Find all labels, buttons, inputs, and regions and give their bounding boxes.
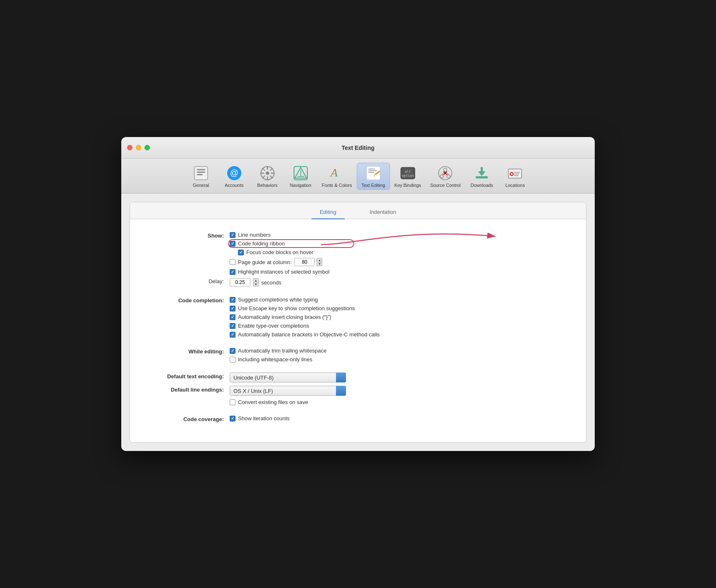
- delay-suffix: seconds: [261, 279, 281, 286]
- code-completion-label: Code completion:: [147, 296, 230, 304]
- toolbar-label-fonts-colors: Fonts & Colors: [322, 183, 352, 188]
- toolbar-item-downloads[interactable]: Downloads: [465, 163, 498, 190]
- balance-brackets-label: Automatically balance brackets in Object…: [238, 331, 380, 338]
- tab-editing[interactable]: Editing: [311, 206, 345, 219]
- convert-existing-checkbox[interactable]: [230, 399, 235, 405]
- line-endings-select[interactable]: OS X / Unix (LF) Classic Mac OS (CR) Win…: [230, 386, 346, 396]
- text-encoding-select[interactable]: Unicode (UTF-8) UTF-16 Western (Mac OS R…: [230, 372, 346, 382]
- show-section: Show: Line numbers Code folding ribbon: [147, 232, 569, 275]
- whitespace-only-lines-label: Including whitespace-only lines: [238, 356, 312, 363]
- delay-stepper-up[interactable]: ▲: [253, 278, 259, 282]
- minimize-button[interactable]: [136, 145, 141, 150]
- line-numbers-row: Line numbers: [230, 232, 329, 238]
- svg-rect-0: [194, 167, 208, 180]
- trim-whitespace-row: Automatically trim trailing whitespace: [230, 348, 326, 354]
- svg-rect-3: [197, 174, 203, 175]
- whitespace-only-lines-checkbox[interactable]: [230, 357, 235, 363]
- escape-key-row: Use Escape key to show completion sugges…: [230, 305, 380, 311]
- titlebar: Text Editing: [121, 137, 595, 159]
- highlight-instances-checkbox[interactable]: [230, 269, 235, 275]
- svg-line-15: [262, 176, 265, 178]
- source-control-icon: [437, 165, 454, 181]
- page-guide-input-group: ▲ ▼: [294, 258, 322, 266]
- page-guide-checkbox[interactable]: [230, 259, 235, 265]
- toolbar-label-general: General: [193, 183, 209, 188]
- escape-key-checkbox[interactable]: [230, 306, 235, 311]
- fonts-colors-icon: A: [329, 165, 345, 181]
- code-coverage-label: Code coverage:: [147, 415, 230, 422]
- toolbar-item-behaviors[interactable]: Behaviors: [251, 163, 284, 190]
- whitespace-only-lines-row: Including whitespace-only lines: [230, 356, 326, 363]
- delay-controls: ▲ ▼ seconds: [230, 278, 281, 287]
- type-over-label: Enable type-over completions: [238, 323, 309, 329]
- focus-code-blocks-checkbox[interactable]: [238, 250, 244, 255]
- code-coverage-section: Code coverage: Show iteration counts: [147, 415, 569, 422]
- tab-indentation[interactable]: Indentation: [361, 206, 405, 219]
- svg-point-41: [511, 173, 512, 175]
- show-controls: Line numbers Code folding ribbon: [230, 232, 329, 275]
- type-over-checkbox[interactable]: [230, 323, 235, 329]
- toolbar-item-source-control[interactable]: Source Control: [426, 163, 465, 190]
- toolbar: General @ Accounts: [121, 159, 595, 194]
- code-folding-ribbon-checkbox[interactable]: [230, 241, 235, 247]
- highlight-instances-label: Highlight instances of selected symbol: [238, 269, 329, 275]
- behaviors-icon: [259, 165, 276, 181]
- balance-brackets-checkbox[interactable]: [230, 332, 235, 338]
- code-completion-controls: Suggest completions while typing Use Esc…: [230, 296, 380, 338]
- code-coverage-controls: Show iteration counts: [230, 415, 289, 421]
- toolbar-item-text-editing[interactable]: Text Editing: [357, 163, 390, 190]
- line-endings-section: Default line endings: OS X / Unix (LF) C…: [147, 386, 569, 396]
- page-guide-stepper-down[interactable]: ▼: [316, 262, 322, 267]
- text-editing-icon: [365, 165, 382, 181]
- delay-input[interactable]: [230, 278, 250, 287]
- svg-rect-2: [197, 172, 205, 173]
- window-title: Text Editing: [341, 145, 374, 151]
- svg-line-12: [262, 168, 265, 171]
- toolbar-label-behaviors: Behaviors: [257, 183, 277, 188]
- suggest-completions-checkbox[interactable]: [230, 297, 235, 303]
- delay-row: Delay: ▲ ▼ seconds: [147, 278, 569, 287]
- svg-line-13: [270, 176, 272, 178]
- line-numbers-checkbox[interactable]: [230, 232, 235, 238]
- convert-existing-spacer: [147, 399, 230, 400]
- general-icon: [193, 165, 209, 181]
- navigation-icon: [292, 165, 309, 181]
- code-completion-section: Code completion: Suggest completions whi…: [147, 296, 569, 338]
- toolbar-label-source-control: Source Control: [430, 183, 461, 188]
- show-iteration-counts-label: Show iteration counts: [238, 415, 289, 421]
- toolbar-item-fonts-colors[interactable]: A Fonts & Colors: [317, 163, 357, 190]
- delay-stepper-down[interactable]: ▼: [253, 282, 259, 287]
- settings-panel: Editing Indentation Show: Line numbers: [130, 202, 586, 443]
- page-guide-stepper-up[interactable]: ▲: [316, 258, 322, 262]
- toolbar-item-general[interactable]: General: [184, 163, 218, 190]
- text-encoding-label: Default text encoding:: [147, 372, 230, 380]
- code-folding-ribbon-row: Code folding ribbon: [230, 240, 329, 247]
- trim-whitespace-checkbox[interactable]: [230, 348, 235, 354]
- svg-marker-38: [478, 167, 485, 176]
- page-guide-input[interactable]: [294, 258, 315, 266]
- close-button[interactable]: [127, 145, 132, 150]
- while-editing-label: While editing:: [147, 348, 230, 355]
- toolbar-item-accounts[interactable]: @ Accounts: [218, 163, 251, 190]
- delay-stepper: ▲ ▼: [253, 278, 259, 287]
- toolbar-item-key-bindings[interactable]: alt option Key Bindings: [390, 163, 426, 190]
- svg-point-32: [447, 175, 450, 178]
- svg-text:@: @: [230, 168, 238, 177]
- show-iteration-counts-checkbox[interactable]: [230, 416, 235, 421]
- content-area: Editing Indentation Show: Line numbers: [121, 194, 595, 451]
- convert-existing-section: Convert existing files on save: [147, 399, 569, 405]
- toolbar-label-locations: Locations: [505, 183, 525, 188]
- maximize-button[interactable]: [145, 145, 150, 150]
- type-over-row: Enable type-over completions: [230, 323, 380, 329]
- toolbar-item-locations[interactable]: Locations: [498, 163, 532, 190]
- accounts-icon: @: [226, 165, 243, 181]
- code-folding-ribbon-label: Code folding ribbon: [238, 240, 285, 247]
- auto-insert-braces-checkbox[interactable]: [230, 314, 235, 320]
- locations-icon: [507, 165, 523, 181]
- toolbar-item-navigation[interactable]: Navigation: [284, 163, 317, 190]
- convert-existing-label: Convert existing files on save: [238, 399, 308, 405]
- svg-text:option: option: [402, 174, 414, 178]
- svg-line-14: [270, 168, 272, 171]
- settings-content: Show: Line numbers Code folding ribbon: [130, 219, 586, 442]
- svg-point-31: [440, 175, 444, 178]
